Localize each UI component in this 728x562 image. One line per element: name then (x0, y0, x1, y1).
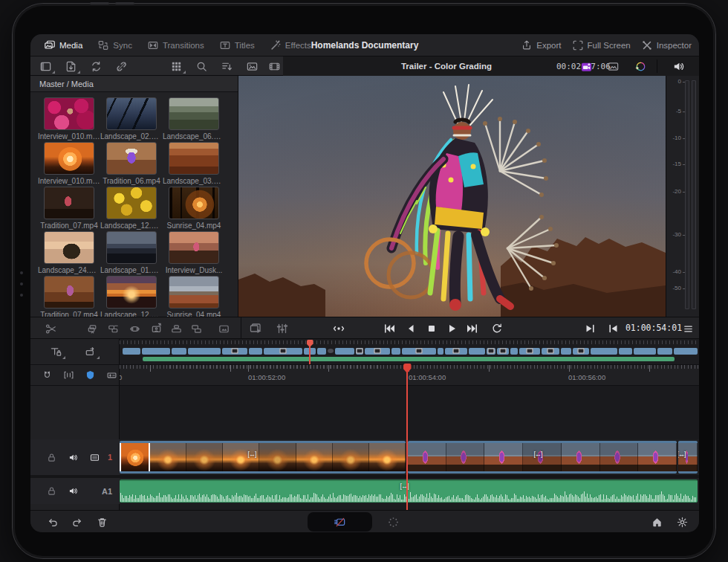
jump-start-button[interactable] (380, 320, 399, 337)
tab-transitions[interactable]: Transitions (141, 37, 210, 54)
smart-insert-button[interactable] (82, 320, 102, 337)
media-clip-thumbnail[interactable] (44, 231, 94, 264)
tab-titles[interactable]: Titles (213, 37, 261, 54)
media-clip[interactable]: Sunrise_04.mp4 (169, 276, 219, 317)
media-clip[interactable]: Interview_Dusk... (169, 231, 219, 274)
camera-multicam-button[interactable] (576, 59, 597, 74)
play-button[interactable] (442, 320, 461, 337)
media-pool-breadcrumb[interactable]: Master / Media (30, 76, 238, 92)
home-button[interactable] (648, 514, 666, 529)
media-clip-thumbnail[interactable] (44, 142, 94, 175)
timeline-options-button[interactable] (678, 320, 698, 337)
snap-magnet-button[interactable] (39, 367, 54, 383)
timeline-playhead[interactable] (406, 365, 408, 510)
smooth-cut-button[interactable] (214, 320, 233, 337)
media-clip-thumbnail[interactable] (44, 187, 94, 219)
cut-page-button[interactable] (331, 514, 349, 529)
audio-mixer-button[interactable] (273, 320, 292, 337)
media-clip[interactable]: Landscape_12.mp4 (106, 187, 157, 230)
viewer[interactable] (238, 76, 666, 317)
marker-button[interactable] (83, 367, 98, 383)
trim-tool-button[interactable] (45, 344, 66, 360)
media-clip[interactable]: Tradition_06.mp4 (106, 142, 157, 185)
media-clip-thumbnail[interactable] (106, 187, 157, 219)
tab-sync[interactable]: Sync (91, 37, 138, 54)
redo-button[interactable] (68, 514, 85, 529)
still-view-button[interactable] (241, 59, 262, 74)
step-back-button[interactable] (401, 320, 420, 337)
ripple-overwrite-button[interactable] (125, 320, 144, 337)
jump-end-button[interactable] (463, 320, 482, 337)
timeline-minimap[interactable] (120, 339, 699, 365)
track-speaker-button[interactable] (65, 483, 80, 499)
close-up-button[interactable] (146, 320, 166, 337)
clip-play-button[interactable] (246, 320, 265, 337)
timeline-video-clip[interactable]: [↔] (120, 441, 406, 474)
color-effects-button[interactable] (629, 59, 650, 74)
media-clip[interactable]: Interview_010.mp4 (44, 142, 94, 185)
minimap-playhead[interactable] (309, 340, 311, 364)
stop-button[interactable] (422, 320, 441, 337)
media-clip-thumbnail[interactable] (44, 276, 94, 309)
media-clip-thumbnail[interactable] (106, 142, 157, 175)
clip-settings-button[interactable] (79, 344, 100, 360)
loop-button[interactable] (487, 320, 507, 337)
active-page-tab[interactable] (308, 512, 372, 532)
settings-button[interactable] (673, 514, 691, 529)
media-clip[interactable]: Landscape_02.mp4 (106, 97, 157, 140)
track-lock-button[interactable] (44, 450, 59, 465)
timeline-name[interactable]: Trailer - Color Grading (401, 62, 492, 71)
media-clip[interactable]: Tradition_07.mp4 (44, 276, 94, 317)
media-clip[interactable]: Landscape_24.mp4 (44, 231, 94, 274)
timeline-video-clip[interactable]: [↔] (408, 441, 677, 474)
panel-toggle-button[interactable] (35, 59, 56, 74)
color-page-button[interactable] (384, 514, 402, 529)
sync-clips-button[interactable] (85, 59, 106, 74)
media-clip-thumbnail[interactable] (169, 231, 219, 264)
append-clip-button[interactable] (103, 320, 123, 337)
timeline-video-clip[interactable]: [↔] (678, 441, 698, 474)
relink-button[interactable] (111, 59, 131, 74)
range-flags-button[interactable] (61, 367, 76, 383)
track-speaker-button[interactable] (65, 450, 80, 465)
media-clip[interactable]: Interview_010.mp4 (44, 97, 94, 140)
tab-media[interactable]: Media (38, 37, 88, 54)
media-clip-thumbnail[interactable] (169, 97, 219, 130)
overlay-button[interactable] (602, 59, 623, 74)
media-clip-thumbnail[interactable] (169, 142, 219, 175)
media-clip-thumbnail[interactable] (106, 97, 157, 130)
delete-button[interactable] (93, 514, 111, 529)
media-clip-thumbnail[interactable] (106, 276, 157, 309)
selected-clip-frame[interactable] (120, 441, 150, 474)
timeline-audio-clip[interactable]: [↔] (120, 479, 698, 503)
tab-effects[interactable]: Effects (264, 37, 317, 54)
full-screen-button[interactable]: Full Screen (572, 39, 631, 51)
sort-button[interactable] (216, 59, 237, 74)
place-on-top-button[interactable] (166, 320, 186, 337)
match-out-button[interactable] (580, 320, 599, 337)
cut-button[interactable] (41, 320, 60, 337)
clip-adjust-button[interactable] (105, 367, 120, 383)
search-button[interactable] (191, 59, 212, 74)
source-overwrite-button[interactable] (186, 320, 206, 337)
media-clip[interactable]: Landscape_01.mp4 (106, 231, 157, 274)
audio-monitor-button[interactable] (668, 59, 689, 74)
media-clip[interactable]: Landscape_12.mp4 (106, 276, 157, 317)
scrub-button[interactable] (329, 320, 348, 337)
media-clip-thumbnail[interactable] (169, 187, 219, 219)
media-clip[interactable]: Landscape_06.mp4 (169, 97, 219, 140)
import-media-button[interactable] (60, 59, 81, 74)
track-monitor-button[interactable] (87, 450, 102, 465)
undo-button[interactable] (44, 514, 62, 529)
media-clip[interactable]: Tradition_07.mp4 (44, 187, 94, 230)
grid-view-button[interactable] (166, 59, 186, 74)
export-button[interactable]: Export (521, 39, 561, 51)
media-clip-thumbnail[interactable] (169, 276, 219, 309)
inspector-button[interactable]: Inspector (641, 39, 692, 51)
media-clip[interactable]: Sunrise_04.mp4 (169, 187, 219, 230)
film-view-button[interactable] (264, 59, 285, 74)
media-clip-thumbnail[interactable] (44, 97, 94, 130)
media-clip-thumbnail[interactable] (106, 231, 157, 264)
media-clip[interactable]: Landscape_03.mp4 (169, 142, 219, 185)
track-lock-button[interactable] (44, 483, 59, 499)
